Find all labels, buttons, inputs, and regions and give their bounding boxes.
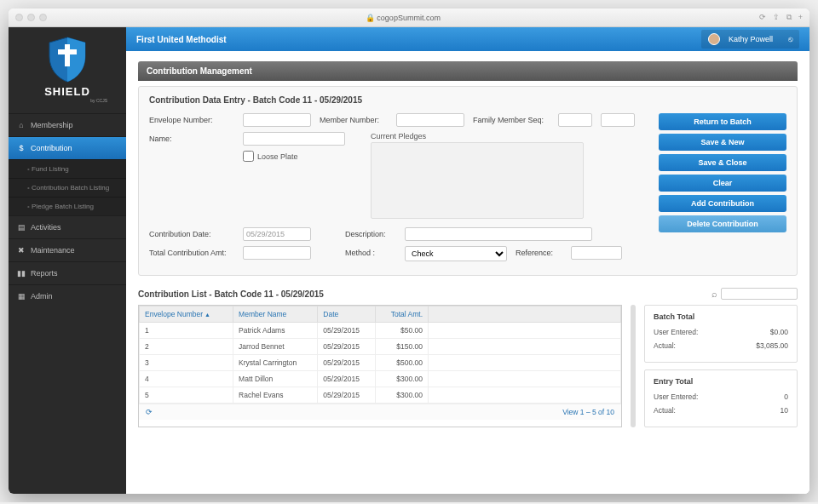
- input-cdate[interactable]: [243, 227, 311, 241]
- max-dot[interactable]: [39, 14, 47, 21]
- lock-icon: 🔒: [366, 14, 377, 22]
- svg-rect-1: [58, 49, 77, 54]
- grid-footer: ⟳ View 1 – 5 of 10: [139, 404, 621, 420]
- tabs-icon[interactable]: ⧉: [786, 13, 792, 22]
- btn-save-new[interactable]: Save & New: [659, 134, 786, 151]
- col-envelope[interactable]: Envelope Number: [140, 306, 233, 323]
- label-reference: Reference:: [516, 246, 562, 257]
- nav-label: Activities: [31, 223, 61, 232]
- entry-ue-label: User Entered:: [654, 392, 698, 401]
- nav-maintenance[interactable]: ✖ Maintenance: [9, 238, 126, 261]
- cell-spacer: [429, 339, 621, 355]
- table-row[interactable]: 2Jarrod Bennet05/29/2015$150.00: [140, 339, 621, 355]
- list-search-input[interactable]: [721, 288, 798, 300]
- nav-membership[interactable]: ⌂ Membership: [9, 113, 126, 136]
- grid-icon: ▦: [17, 292, 26, 301]
- plus-icon[interactable]: +: [798, 13, 803, 22]
- input-famseq2[interactable]: [601, 113, 635, 127]
- input-envelope[interactable]: [243, 113, 311, 127]
- cell-spacer: [429, 371, 621, 387]
- logout-icon[interactable]: ⎋: [788, 35, 792, 43]
- address-bar[interactable]: 🔒 cogopSummit.com: [47, 14, 759, 22]
- checkbox-loose-plate[interactable]: [243, 151, 254, 162]
- btn-save-close[interactable]: Save & Close: [659, 154, 786, 171]
- cell-name: Matt Dillon: [233, 371, 318, 387]
- subnav-fund-listing[interactable]: Fund Listing: [9, 159, 126, 178]
- pledges-box: [371, 142, 584, 219]
- cell-env: 4: [140, 371, 233, 387]
- table-row[interactable]: 5Rachel Evans05/29/2015$300.00: [140, 387, 621, 404]
- input-total[interactable]: [243, 246, 311, 260]
- label-loose-plate: Loose Plate: [257, 152, 298, 161]
- col-spacer: [429, 306, 621, 323]
- shield-icon: [46, 36, 89, 83]
- table-row[interactable]: 3Krystal Carrington05/29/2015$500.00: [140, 355, 621, 371]
- contribution-grid: Envelope Number Member Name Date Total A…: [138, 305, 622, 427]
- btn-delete-contribution[interactable]: Delete Contribution: [659, 215, 786, 232]
- label-pledges: Current Pledges: [371, 132, 584, 140]
- entry-panel: Contribution Data Entry - Batch Code 11 …: [138, 86, 798, 276]
- batch-total-box: Batch Total User Entered: $0.00 Actual: …: [644, 305, 798, 363]
- label-total: Total Contribution Amt:: [149, 246, 234, 257]
- cell-date: 05/29/2015: [318, 339, 376, 355]
- input-desc[interactable]: [405, 227, 592, 241]
- subnav-pledge-batch[interactable]: Pledge Batch Listing: [9, 197, 126, 215]
- traffic-lights: [15, 14, 47, 21]
- table-row[interactable]: 1Patrick Adams05/29/2015$50.00: [140, 323, 621, 339]
- cell-env: 1: [140, 323, 233, 339]
- nav-label: Contribution: [31, 144, 72, 152]
- list-wrap: Envelope Number Member Name Date Total A…: [138, 305, 798, 427]
- scrollbar[interactable]: [631, 305, 636, 427]
- chart-icon: ▮▮: [17, 269, 26, 278]
- cell-date: 05/29/2015: [318, 387, 376, 404]
- app-shell: SHIELD by CCJS ⌂ Membership $ Contributi…: [9, 27, 809, 494]
- input-member[interactable]: [396, 113, 464, 127]
- logo-text: SHIELD: [44, 85, 90, 98]
- close-dot[interactable]: [15, 14, 23, 21]
- col-amt[interactable]: Total Amt.: [376, 306, 429, 323]
- input-reference[interactable]: [571, 246, 622, 260]
- chrome-icons: ⟳ ⇪ ⧉ +: [759, 13, 803, 22]
- svg-rect-0: [65, 44, 70, 66]
- cell-date: 05/29/2015: [318, 323, 376, 339]
- nav-label: Membership: [31, 121, 73, 129]
- btn-return[interactable]: Return to Batch: [659, 113, 786, 130]
- browser-window: 🔒 cogopSummit.com ⟳ ⇪ ⧉ + SHIELD by CCJS…: [9, 9, 809, 494]
- cell-name: Patrick Adams: [233, 323, 318, 339]
- refresh-icon[interactable]: ⟳: [759, 13, 766, 22]
- browser-chrome: 🔒 cogopSummit.com ⟳ ⇪ ⧉ +: [9, 9, 809, 27]
- input-famseq1[interactable]: [558, 113, 592, 127]
- entry-total-box: Entry Total User Entered: 0 Actual: 10: [644, 369, 798, 427]
- share-icon[interactable]: ⇪: [773, 13, 780, 22]
- nav-contribution[interactable]: $ Contribution: [9, 136, 126, 159]
- search-icon[interactable]: ⌕: [711, 289, 717, 299]
- avatar: [708, 33, 720, 45]
- input-name[interactable]: [243, 132, 345, 146]
- cell-spacer: [429, 355, 621, 371]
- col-date[interactable]: Date: [318, 306, 376, 323]
- user-menu[interactable]: Kathy Powell ⎋: [701, 30, 799, 49]
- btn-clear[interactable]: Clear: [659, 175, 786, 192]
- cell-amt: $300.00: [376, 387, 429, 404]
- cell-name: Krystal Carrington: [233, 355, 318, 371]
- cell-spacer: [429, 323, 621, 339]
- entry-actual-label: Actual:: [654, 406, 676, 415]
- cell-env: 2: [140, 339, 233, 355]
- min-dot[interactable]: [27, 14, 35, 21]
- nav-activities[interactable]: ▤ Activities: [9, 215, 126, 238]
- select-method[interactable]: Check: [405, 246, 507, 261]
- nav-reports[interactable]: ▮▮ Reports: [9, 261, 126, 284]
- sidebar: SHIELD by CCJS ⌂ Membership $ Contributi…: [9, 27, 126, 494]
- nav-label: Maintenance: [31, 246, 75, 255]
- btn-add-contribution[interactable]: Add Contribution: [659, 195, 786, 212]
- subnav-contribution-batch[interactable]: Contribution Batch Listing: [9, 178, 126, 197]
- grid-refresh[interactable]: ⟳: [146, 408, 153, 416]
- label-desc: Description:: [345, 227, 396, 238]
- entry-ue-value: 0: [784, 392, 788, 401]
- entry-title: Contribution Data Entry - Batch Code 11 …: [149, 95, 786, 105]
- nav-admin[interactable]: ▦ Admin: [9, 284, 126, 307]
- content: Contribution Management Contribution Dat…: [126, 51, 809, 438]
- table-row[interactable]: 4Matt Dillon05/29/2015$300.00: [140, 371, 621, 387]
- label-member: Member Number:: [320, 113, 388, 124]
- col-name[interactable]: Member Name: [233, 306, 318, 323]
